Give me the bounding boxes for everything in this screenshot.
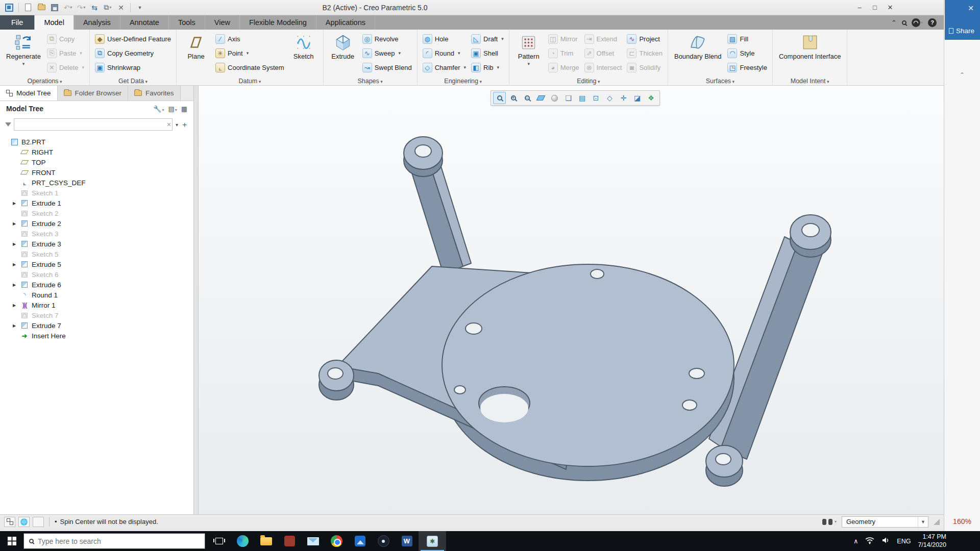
group-label-get-data[interactable]: Get Data [90,78,176,85]
tab-analysis[interactable]: Analysis [74,15,120,30]
display-style-icon[interactable] [548,92,561,104]
expand-arrow-icon[interactable]: ▶ [11,262,17,267]
saved-orientations-icon[interactable]: ❑ [562,92,575,104]
find-button[interactable]: ▾ [822,519,837,525]
close-app-button[interactable]: ✕ [883,0,898,14]
toggle-model-tree-icon[interactable] [4,517,15,527]
taskbar-search[interactable] [23,533,205,549]
datum-display-filters-icon[interactable]: ✛ [617,92,630,104]
volume-icon[interactable] [881,537,890,545]
tab-annotate[interactable]: Annotate [120,15,169,30]
word-icon[interactable] [395,531,419,551]
tree-columns-button[interactable]: ▦ [181,105,187,113]
view-manager-icon[interactable]: ▤ [576,92,589,104]
component-interface-button[interactable]: Component Interface [777,32,843,62]
language-indicator[interactable]: ENG [897,538,911,545]
group-label-surfaces[interactable]: Surfaces [668,78,772,85]
minimize-button[interactable]: – [852,0,867,14]
expand-arrow-icon[interactable]: ▶ [11,201,17,206]
pattern-button[interactable]: Pattern ▾ [513,32,544,67]
tab-file[interactable]: File [0,15,35,30]
tree-item-sketch7[interactable]: Sketch 7 [0,310,193,320]
tab-tools[interactable]: Tools [169,15,205,30]
sweep-button[interactable]: ∿Sweep [361,46,413,60]
selection-filter-select[interactable]: Geometry ▼ [842,516,928,528]
tree-item-top[interactable]: TOP [0,157,193,167]
tree-item-front[interactable]: FRONT [0,167,193,178]
spin-center-icon[interactable]: ❖ [645,92,657,104]
pinned-app-icon[interactable] [278,531,301,551]
taskbar-clock[interactable]: 1:47 PM 7/14/2020 [918,533,946,549]
tree-item-right[interactable]: RIGHT [0,147,193,157]
tree-item-root[interactable]: B2.PRT [0,137,193,147]
filter-add-icon[interactable]: ＋ [181,120,188,130]
chamfer-button[interactable]: ◇Chamfer [422,60,467,74]
learning-connector-icon[interactable]: ◠▾ [912,18,923,27]
zoom-out-icon[interactable]: − [521,92,533,104]
close-window-button[interactable]: ✕ [115,2,127,13]
mail-icon[interactable] [301,531,325,551]
expand-arrow-icon[interactable]: ▶ [11,303,17,308]
swept-blend-button[interactable]: ↝Swept Blend [361,60,413,74]
graphics-area[interactable]: + − ❑ ▤ ⊡ ◇ ✛ ◪ ❖ [199,86,944,514]
creo-taskbar-icon[interactable]: ✱ [419,531,446,551]
group-label-operations[interactable]: Operations [0,78,89,85]
rib-button[interactable]: ◧Rib [470,60,505,74]
application-icon[interactable] [3,2,15,13]
photos-icon[interactable] [348,531,372,551]
resize-grip[interactable] [934,519,940,525]
screen-capture-icon[interactable]: ⊡ [590,92,602,104]
freestyle-button[interactable]: ◳Freestyle [726,60,768,74]
sketch-button[interactable]: Sketch [288,32,319,62]
hole-button[interactable]: ◍Hole [422,32,467,46]
group-label-engineering[interactable]: Engineering [418,78,509,85]
chrome-icon[interactable] [325,531,348,551]
regenerate-list-icon[interactable]: ⇆ [88,2,101,13]
tray-expand-icon[interactable]: ∧ [853,537,858,545]
round-button[interactable]: ◜Round [422,46,467,60]
new-file-button[interactable] [22,2,34,13]
expand-arrow-icon[interactable]: ▶ [11,283,17,287]
switch-windows-button[interactable]: ⧉▾ [102,2,114,13]
tree-display-button[interactable]: ▤▾ [168,105,177,113]
expand-arrow-icon[interactable]: ▶ [11,323,17,328]
minimize-ribbon-icon[interactable]: ⌃ [891,19,897,27]
tree-item-extrude7[interactable]: ▶Extrude 7 [0,320,193,331]
tab-flexible-modeling[interactable]: Flexible Modeling [240,15,316,30]
save-button[interactable] [48,2,61,13]
collapse-chevron-icon[interactable]: ⌃ [944,71,980,79]
tree-item-sketch2[interactable]: Sketch 2 [0,208,193,218]
customize-toolbar-button[interactable]: ▼ [134,2,146,13]
axis-button[interactable]: ∕Axis [214,32,285,46]
shell-button[interactable]: ▣Shell [470,46,505,60]
draft-button[interactable]: ◺Draft [470,32,505,46]
panel-resize-handle[interactable] [194,86,199,514]
tree-item-sketch6[interactable]: Sketch 6 [0,269,193,280]
file-explorer-icon[interactable] [254,531,278,551]
pattern-dropdown[interactable]: ▾ [527,61,530,66]
web-browser-icon[interactable]: 🌐 [18,517,30,527]
network-icon[interactable] [865,537,874,546]
user-defined-feature-button[interactable]: ◆User-Defined Feature [94,32,172,46]
tree-item-extrude3[interactable]: ▶Extrude 3 [0,239,193,249]
expand-arrow-icon[interactable]: ▶ [11,242,17,246]
expand-arrow-icon[interactable]: ▶ [11,221,17,226]
open-file-button[interactable] [35,2,47,13]
tree-item-sketch1[interactable]: Sketch 1 [0,188,193,198]
refit-icon[interactable] [493,92,506,104]
tree-item-round1[interactable]: ◝Round 1 [0,290,193,300]
regenerate-dropdown[interactable]: ▾ [22,61,25,66]
maximize-button[interactable]: □ [867,0,883,14]
share-label[interactable]: Share [956,27,974,35]
plane-button[interactable]: Plane [181,32,211,62]
extrude-button[interactable]: Extrude [328,32,358,62]
tree-settings-button[interactable]: 🔧▾ [153,105,164,113]
clear-filter-icon[interactable]: ✕ [165,121,173,128]
group-label-shapes[interactable]: Shapes [324,78,417,85]
regenerate-button[interactable]: Regenerate ▾ [4,32,43,67]
tree-item-csys[interactable]: ⌞PRT_CSYS_DEF [0,178,193,188]
cad-model-b2[interactable] [199,86,944,514]
group-label-datum[interactable]: Datum [177,78,323,85]
tab-applications[interactable]: Applications [316,15,375,30]
tab-folder-browser[interactable]: Folder Browser [58,86,129,101]
